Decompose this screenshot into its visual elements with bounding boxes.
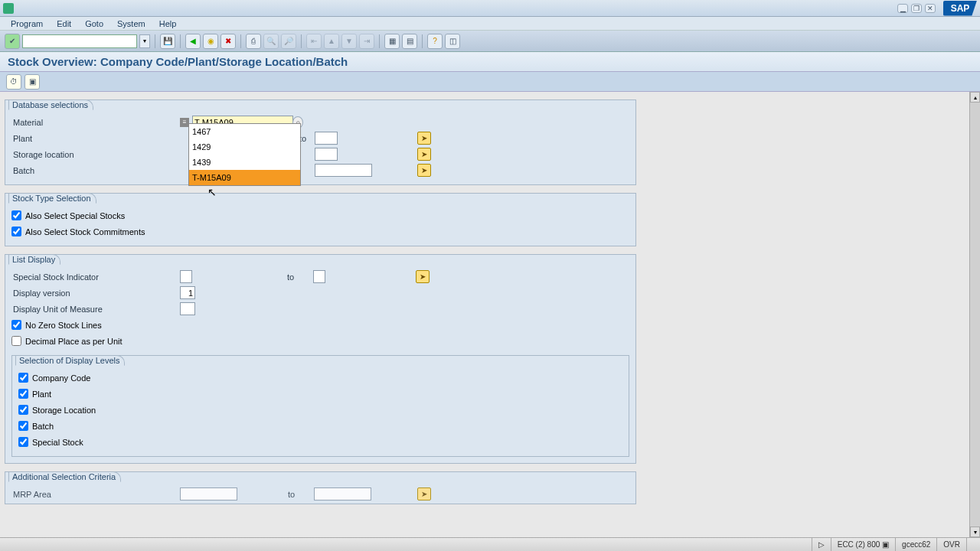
display-version-input[interactable] bbox=[180, 286, 195, 299]
dropdown-option[interactable]: 1429 bbox=[189, 139, 300, 155]
group-display-levels: Selection of Display Levels Company Code… bbox=[11, 355, 629, 457]
checkbox-no-zero[interactable] bbox=[11, 320, 21, 330]
last-page-icon[interactable]: ⇥ bbox=[359, 34, 374, 49]
menu-help[interactable]: Help bbox=[153, 18, 183, 30]
restore-icon[interactable]: ❐ bbox=[911, 4, 922, 13]
menu-system[interactable]: System bbox=[111, 18, 152, 30]
window-titlebar: ▁ ❐ ✕ SAP bbox=[0, 0, 980, 17]
checkbox-special-stocks[interactable] bbox=[11, 210, 21, 220]
status-mode: OVR bbox=[936, 538, 966, 551]
label-level: Batch bbox=[32, 422, 54, 431]
storage-to-input[interactable] bbox=[315, 148, 338, 161]
close-icon[interactable]: ✕ bbox=[925, 4, 936, 13]
ssi-multiselect-button[interactable]: ➤ bbox=[416, 270, 430, 283]
status-bar: ▷ ECC (2) 800 ▣ gcecc62 OVR bbox=[0, 537, 980, 551]
application-toolbar: ⏱ ▣ bbox=[0, 72, 980, 92]
mrp-multiselect-button[interactable]: ➤ bbox=[417, 487, 431, 500]
ssi-to-input[interactable] bbox=[313, 270, 325, 283]
dropdown-option[interactable]: 1439 bbox=[189, 155, 300, 170]
uom-input[interactable] bbox=[180, 302, 195, 315]
label-level: Storage Location bbox=[32, 406, 96, 415]
label-mrp-area: MRP Area bbox=[11, 490, 180, 499]
label-level: Company Code bbox=[32, 373, 90, 383]
scroll-down-icon[interactable]: ▾ bbox=[970, 527, 980, 537]
checkbox-decimal[interactable] bbox=[11, 336, 21, 346]
ssi-from-input[interactable] bbox=[180, 270, 192, 283]
cancel-icon[interactable]: ✖ bbox=[220, 34, 236, 49]
checkbox-level-storage[interactable] bbox=[18, 405, 28, 415]
to-label: to bbox=[283, 490, 314, 499]
next-page-icon[interactable]: ▼ bbox=[341, 34, 357, 49]
menu-edit[interactable]: Edit bbox=[51, 18, 77, 30]
label-no-zero: No Zero Stock Lines bbox=[25, 321, 102, 330]
label-decimal: Decimal Place as per Unit bbox=[25, 337, 122, 346]
print-icon[interactable]: ⎙ bbox=[246, 34, 261, 49]
menu-bar: Program Edit Goto System Help bbox=[0, 17, 980, 31]
group-stock-type: Stock Type Selection Also Select Special… bbox=[5, 193, 636, 246]
vertical-scrollbar[interactable]: ▴ ▾ bbox=[969, 92, 980, 537]
material-dropdown-list[interactable]: 1467 1429 1439 T-M15A09 bbox=[188, 123, 301, 186]
label-uom: Display Unit of Measure bbox=[11, 305, 180, 314]
checkbox-level-plant[interactable] bbox=[18, 389, 28, 399]
label-stock-commitments: Also Select Stock Commitments bbox=[25, 227, 145, 236]
checkbox-level-special[interactable] bbox=[18, 437, 28, 447]
save-icon[interactable]: 💾 bbox=[160, 34, 175, 49]
group-title-db: Database selections bbox=[8, 99, 93, 110]
exit-icon[interactable]: ◉ bbox=[203, 34, 218, 49]
command-field[interactable] bbox=[22, 34, 137, 48]
menu-goto[interactable]: Goto bbox=[79, 18, 109, 30]
standard-toolbar: ✔ ▾ 💾 ◀ ◉ ✖ ⎙ 🔍 🔎 ⇤ ▲ ▼ ⇥ ▦ ▤ ? ◫ bbox=[0, 31, 980, 52]
dropdown-option-selected[interactable]: T-M15A09 bbox=[189, 170, 300, 185]
first-page-icon[interactable]: ⇤ bbox=[306, 34, 322, 49]
new-session-icon[interactable]: ▦ bbox=[384, 34, 400, 49]
back-icon[interactable]: ◀ bbox=[185, 34, 201, 49]
checkbox-level-batch[interactable] bbox=[18, 421, 28, 431]
sap-window-icon bbox=[3, 3, 14, 14]
batch-multiselect-button[interactable]: ➤ bbox=[417, 164, 431, 177]
status-client: ECC (2) 800 ▣ bbox=[831, 538, 895, 551]
storage-multiselect-button[interactable]: ➤ bbox=[417, 148, 431, 161]
menu-program[interactable]: Program bbox=[5, 18, 49, 30]
help-icon[interactable]: ? bbox=[427, 34, 443, 49]
status-host: gcecc62 bbox=[895, 538, 936, 551]
group-title-levels: Selection of Display Levels bbox=[15, 355, 125, 366]
find-icon[interactable]: 🔍 bbox=[263, 34, 279, 49]
checkbox-stock-commitments[interactable] bbox=[11, 227, 21, 236]
label-ssi: Special Stock Indicator bbox=[11, 272, 180, 282]
label-plant: Plant bbox=[11, 134, 180, 143]
status-nav-icon[interactable]: ▷ bbox=[812, 538, 831, 551]
variant-button[interactable]: ▣ bbox=[24, 74, 40, 90]
label-storage: Storage location bbox=[11, 150, 180, 159]
scroll-up-icon[interactable]: ▴ bbox=[970, 92, 980, 103]
dropdown-option[interactable]: 1467 bbox=[189, 124, 300, 139]
find-next-icon[interactable]: 🔎 bbox=[281, 34, 296, 49]
checkbox-level-company[interactable] bbox=[18, 373, 28, 383]
page-title: Stock Overview: Company Code/Plant/Stora… bbox=[0, 52, 980, 72]
batch-to-input[interactable] bbox=[315, 164, 372, 177]
layout-icon[interactable]: ◫ bbox=[445, 34, 460, 49]
mrp-to-input[interactable] bbox=[314, 487, 371, 500]
plant-to-input[interactable] bbox=[315, 132, 338, 145]
group-title-list: List Display bbox=[8, 254, 60, 265]
group-list-display: List Display Special Stock Indicator to … bbox=[5, 254, 636, 464]
label-level: Plant bbox=[32, 390, 51, 399]
group-title-stype: Stock Type Selection bbox=[8, 193, 96, 204]
label-display-version: Display version bbox=[11, 289, 180, 298]
plant-multiselect-button[interactable]: ➤ bbox=[417, 132, 431, 145]
enter-button[interactable]: ✔ bbox=[5, 34, 20, 49]
mrp-from-input[interactable] bbox=[180, 487, 237, 500]
shortcut-icon[interactable]: ▤ bbox=[402, 34, 417, 49]
sap-logo: SAP bbox=[943, 1, 977, 16]
execute-button[interactable]: ⏱ bbox=[6, 74, 21, 90]
label-level: Special Stock bbox=[32, 438, 83, 447]
prev-page-icon[interactable]: ▲ bbox=[324, 34, 339, 49]
minimize-icon[interactable]: ▁ bbox=[897, 4, 908, 13]
group-database-selections: Database selections Material ≡ ⌕ Plant t… bbox=[5, 99, 636, 185]
group-title-additional: Additional Selection Criteria bbox=[8, 471, 121, 482]
to-label: to bbox=[283, 272, 313, 282]
command-history-button[interactable]: ▾ bbox=[139, 34, 150, 48]
status-resize-icon bbox=[966, 538, 980, 551]
label-material: Material bbox=[11, 118, 180, 127]
label-batch: Batch bbox=[11, 166, 180, 175]
group-additional: Additional Selection Criteria MRP Area t… bbox=[5, 471, 636, 504]
